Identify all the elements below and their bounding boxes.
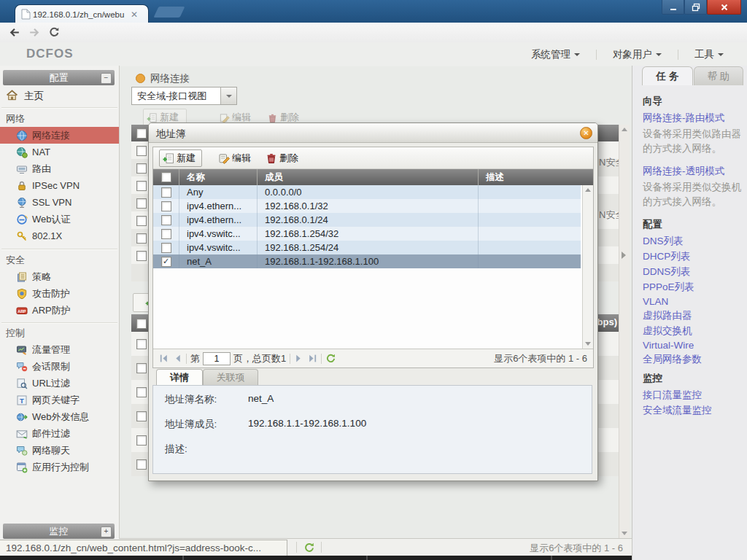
bg-row-checkbox[interactable] — [136, 363, 147, 373]
link-pppoe-list[interactable]: PPPoE列表 — [643, 281, 742, 294]
tab-related[interactable]: 关联项 — [203, 369, 258, 386]
table-row[interactable]: ipv4.vswitc... 192.168.1.254/24 — [153, 241, 581, 254]
scroll-down-icon[interactable] — [622, 532, 627, 535]
sidebar-item-attack-defense[interactable]: 攻击防护 — [0, 285, 119, 302]
sidebar-item-web-auth[interactable]: Web认证 — [0, 211, 119, 228]
sidebar-footer-monitor[interactable]: 监控 + — [3, 524, 115, 539]
table-row[interactable]: ipv4.vswitc... 192.168.1.254/32 — [153, 227, 581, 241]
view-select[interactable]: 安全域-接口视图 — [131, 87, 237, 105]
sidebar-item-url-filter[interactable]: URL过滤 — [0, 375, 119, 392]
row-checkbox[interactable] — [161, 187, 171, 198]
bg-row-checkbox[interactable] — [136, 411, 147, 421]
new-tab-button[interactable] — [154, 7, 185, 18]
sidebar-item-routing[interactable]: 路由 — [0, 160, 119, 177]
bg2-select-all-checkbox[interactable] — [136, 319, 147, 329]
sidebar-item-app-behavior[interactable]: 应用行为控制 — [0, 459, 119, 475]
next-page-button[interactable] — [294, 354, 303, 363]
column-header-member[interactable]: 成员 — [258, 169, 479, 185]
sidebar-header-config[interactable]: 配置 − — [3, 70, 115, 85]
reload-button[interactable] — [48, 26, 61, 39]
bg-row-checkbox[interactable] — [136, 181, 147, 191]
bg-row-checkbox[interactable] — [136, 387, 147, 397]
sidebar-item-mail-filter[interactable]: 邮件过滤 — [0, 425, 119, 442]
collapse-button[interactable]: − — [101, 73, 112, 84]
menu-tools[interactable]: 工具 — [678, 48, 740, 61]
tab-close-icon[interactable]: ✕ — [131, 9, 138, 20]
link-virtual-wire[interactable]: Virtual-Wire — [643, 340, 742, 351]
scroll-up-icon[interactable] — [585, 188, 591, 192]
link-global-network-params[interactable]: 全局网络参数 — [643, 353, 742, 366]
back-button[interactable] — [9, 26, 21, 39]
bg-select-all-checkbox[interactable] — [136, 128, 147, 139]
link-zone-traffic-monitor[interactable]: 安全域流量监控 — [643, 404, 742, 417]
page-number-input[interactable] — [203, 352, 231, 365]
sidebar-item-web-keyword[interactable]: T 网页关键字 — [0, 392, 119, 408]
bg-row-checkbox[interactable] — [136, 198, 147, 209]
bg-row-checkbox[interactable] — [136, 163, 147, 174]
browser-tab[interactable]: 192.168.0.1/zh_cn/webu ✕ — [15, 4, 149, 23]
sidebar-item-8021x[interactable]: 802.1X — [0, 228, 119, 244]
column-header-desc[interactable]: 描述 — [479, 169, 593, 185]
table-row-selected[interactable]: net_A 192.168.1.1-192.168.1.100 — [153, 254, 581, 268]
refresh-icon[interactable] — [325, 353, 336, 364]
last-page-button[interactable] — [308, 354, 317, 363]
bg-row-checkbox[interactable] — [136, 459, 147, 470]
sidebar-item-policy[interactable]: 策略 — [0, 268, 119, 285]
bg-row-checkbox[interactable] — [136, 435, 147, 446]
row-checkbox[interactable] — [161, 201, 171, 211]
link-interface-traffic-monitor[interactable]: 接口流量监控 — [643, 389, 742, 402]
link-virtual-router[interactable]: 虚拟路由器 — [643, 309, 742, 322]
select-arrow[interactable] — [220, 88, 236, 104]
link-virtual-switch[interactable]: 虚拟交换机 — [643, 324, 742, 338]
scroll-up-icon[interactable] — [622, 128, 627, 131]
tab-help[interactable]: 帮 助 — [694, 66, 743, 85]
tab-tasks[interactable]: 任 务 — [642, 66, 693, 85]
bg-row-checkbox[interactable] — [136, 251, 147, 261]
expand-button[interactable]: + — [101, 526, 112, 537]
sidebar-item-session-limit[interactable]: 会话限制 — [0, 358, 119, 375]
prev-page-button[interactable] — [173, 354, 182, 363]
row-checkbox[interactable] — [161, 243, 171, 253]
refresh-icon[interactable] — [303, 542, 315, 553]
row-checkbox-checked[interactable] — [161, 257, 171, 267]
table-row[interactable]: Any 0.0.0.0/0 — [153, 185, 581, 199]
sidebar-item-traffic-mgmt[interactable]: 流量管理 — [0, 341, 119, 358]
tab-details[interactable]: 详情 — [156, 369, 203, 386]
row-checkbox[interactable] — [161, 215, 171, 225]
bg-row-checkbox[interactable] — [136, 233, 147, 244]
link-transparent-mode[interactable]: 网络连接-透明模式 — [643, 165, 742, 178]
sidebar-item-ipsec-vpn[interactable]: IPSec VPN — [0, 177, 119, 194]
dialog-table-scrollbar[interactable] — [582, 185, 593, 349]
dialog-delete-button[interactable]: 删除 — [266, 152, 298, 165]
dialog-close-button[interactable]: ✕ — [580, 127, 592, 139]
link-ddns-list[interactable]: DDNS列表 — [643, 265, 742, 279]
link-dhcp-list[interactable]: DHCP列表 — [643, 250, 742, 263]
sidebar-item-ssl-vpn[interactable]: SSL VPN — [0, 194, 119, 211]
dialog-edit-button[interactable]: 编辑 — [218, 152, 251, 165]
sidebar-item-web-outgoing[interactable]: Web外发信息 — [0, 408, 119, 425]
window-restore-button[interactable] — [684, 0, 707, 15]
bg-row-checkbox[interactable] — [136, 216, 147, 226]
menu-object-user[interactable]: 对象用户 — [597, 48, 678, 61]
menu-system-admin[interactable]: 系统管理 — [515, 48, 596, 61]
link-vlan[interactable]: VLAN — [643, 296, 742, 307]
window-minimize-button[interactable] — [662, 0, 684, 15]
dialog-titlebar[interactable]: 地址簿 ✕ — [149, 123, 597, 143]
row-checkbox[interactable] — [161, 229, 171, 239]
window-close-button[interactable] — [707, 0, 741, 15]
link-dns-list[interactable]: DNS列表 — [643, 235, 742, 248]
sidebar-item-home[interactable]: 主页 — [0, 87, 119, 105]
taskpane-collapse-handle[interactable] — [622, 252, 626, 259]
bg-row-checkbox[interactable] — [136, 146, 147, 156]
table-row[interactable]: ipv4.ethern... 192.168.0.1/32 — [153, 199, 581, 213]
column-header-name[interactable]: 名称 — [179, 169, 258, 185]
sidebar-item-network-connection[interactable]: 网络连接 — [0, 127, 119, 144]
bg-row-checkbox[interactable] — [136, 339, 147, 349]
main-scrollbar[interactable] — [619, 125, 630, 538]
sidebar-item-network-chat[interactable]: 网络聊天 — [0, 442, 119, 459]
table-row[interactable]: ipv4.ethern... 192.168.0.1/24 — [153, 213, 581, 227]
select-all-checkbox[interactable] — [161, 172, 171, 182]
dialog-new-button[interactable]: 新建 — [159, 149, 202, 167]
link-route-mode[interactable]: 网络连接-路由模式 — [643, 112, 742, 125]
scroll-down-icon[interactable] — [585, 342, 591, 346]
